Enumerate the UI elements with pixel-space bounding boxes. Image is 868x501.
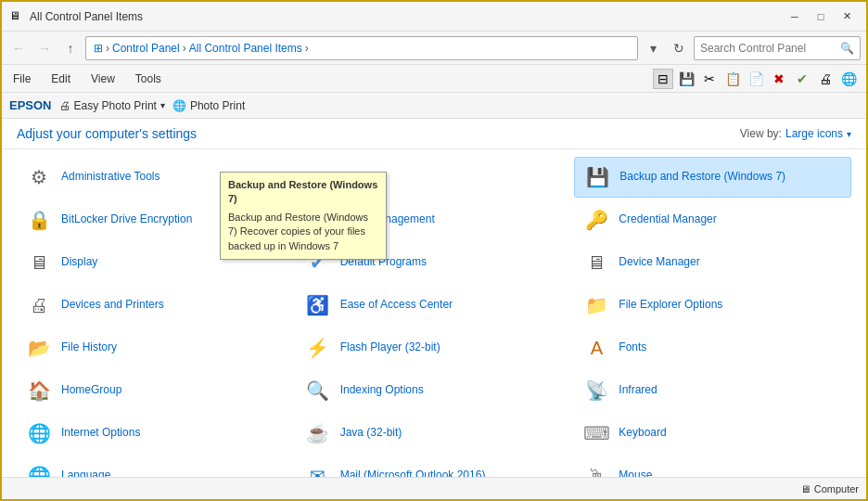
epson-easy-photo-print[interactable]: 🖨 Easy Photo Print ▾: [59, 99, 165, 112]
item-icon-homegroup: 🏠: [24, 376, 54, 405]
control-item-ease-access[interactable]: ♿Ease of Access Center: [296, 285, 573, 326]
print-icon[interactable]: 🖨: [815, 69, 836, 89]
photo-print-label: Photo Print: [190, 99, 245, 112]
menu-tools[interactable]: Tools: [132, 71, 165, 87]
item-label-keyboard: Keyboard: [619, 426, 666, 441]
control-item-credential[interactable]: 🔑Credential Manager: [574, 199, 851, 240]
item-icon-infrared: 📡: [581, 376, 611, 405]
menu-bar: File Edit View Tools: [9, 71, 165, 87]
control-item-indexing[interactable]: 🔍Indexing Options: [296, 370, 573, 411]
control-item-backup-restore[interactable]: 💾Backup and Restore (Windows 7): [574, 157, 851, 198]
paste-icon[interactable]: 📄: [746, 69, 766, 89]
copy-icon[interactable]: 📋: [722, 69, 743, 89]
control-item-mail[interactable]: ✉Mail (Microsoft Outlook 2016): [296, 456, 573, 477]
item-icon-credential: 🔑: [581, 205, 611, 235]
item-label-devices-printers: Devices and Printers: [61, 298, 164, 313]
photo-print-app[interactable]: 🌐 Photo Print: [172, 99, 245, 112]
control-item-fonts[interactable]: AFonts: [574, 328, 851, 368]
items-container: ⚙Administrative Tools▶AutoPlay💾Backup an…: [2, 149, 866, 477]
photo-print-icon: 🌐: [172, 99, 186, 112]
item-icon-ease-access: ♿: [303, 290, 333, 320]
network-icon[interactable]: 🌐: [838, 69, 859, 89]
item-label-file-explorer: File Explorer Options: [619, 298, 722, 313]
menu-view[interactable]: View: [87, 71, 119, 87]
view-by-control: View by: Large icons ▾: [740, 127, 851, 140]
main-window: 🖥 All Control Panel Items ─ □ ✕ ← → ↑ ⊞ …: [0, 0, 868, 501]
control-item-java[interactable]: ☕Java (32-bit): [296, 413, 573, 454]
item-icon-mail: ✉: [303, 461, 333, 477]
status-computer: 🖥 Computer: [800, 483, 859, 495]
search-input[interactable]: [700, 42, 840, 55]
item-label-mail: Mail (Microsoft Outlook 2016): [340, 469, 486, 477]
title-bar: 🖥 All Control Panel Items ─ □ ✕: [2, 2, 866, 32]
back-button[interactable]: ←: [7, 37, 30, 59]
toolbar-actions: ⊟ 💾 ✂ 📋 📄 ✖ ✔ 🖨 🌐: [653, 69, 859, 89]
control-item-homegroup[interactable]: 🏠HomeGroup: [17, 370, 294, 411]
control-item-language[interactable]: 🌐Language: [17, 456, 294, 477]
control-item-internet[interactable]: 🌐Internet Options: [17, 413, 294, 454]
control-item-file-explorer[interactable]: 📁File Explorer Options: [574, 285, 851, 326]
menu-edit[interactable]: Edit: [47, 71, 74, 87]
item-icon-bitlocker: 🔒: [24, 205, 54, 235]
forward-button[interactable]: →: [33, 37, 56, 59]
item-icon-device-mgr: 🖥: [581, 248, 611, 277]
minimize-button[interactable]: ─: [783, 7, 807, 26]
item-label-java: Java (32-bit): [340, 426, 402, 441]
item-label-infrared: Infrared: [619, 383, 657, 398]
view-dropdown-icon[interactable]: ▾: [847, 129, 851, 139]
address-bar: ← → ↑ ⊞ › Control Panel › All Control Pa…: [2, 32, 866, 65]
items-grid: ⚙Administrative Tools▶AutoPlay💾Backup an…: [2, 149, 866, 477]
tooltip-title: Backup and Restore (Windows 7): [228, 178, 378, 207]
content-header: Adjust your computer's settings View by:…: [2, 119, 866, 149]
item-icon-file-explorer: 📁: [581, 290, 611, 320]
tooltip-text: Backup and Restore (Windows 7) Recover c…: [228, 211, 378, 253]
item-label-credential: Credential Manager: [619, 212, 716, 227]
epson-brand: EPSON: [9, 98, 52, 112]
search-box: 🔍: [694, 36, 861, 60]
dropdown-button[interactable]: ▾: [642, 37, 664, 59]
path-control-panel[interactable]: Control Panel: [112, 42, 180, 55]
control-item-flash[interactable]: ⚡Flash Player (32-bit): [296, 328, 573, 368]
item-icon-flash: ⚡: [303, 333, 333, 363]
delete-icon[interactable]: ✖: [769, 69, 789, 89]
toolbar: File Edit View Tools ⊟ 💾 ✂ 📋 📄 ✖ ✔ 🖨 🌐: [2, 65, 866, 93]
control-item-devices-printers[interactable]: 🖨Devices and Printers: [17, 285, 294, 326]
epson-app-icon: 🖨: [59, 99, 70, 112]
status-text: Computer: [814, 483, 859, 495]
window-controls: ─ □ ✕: [783, 7, 859, 26]
item-icon-backup-restore: 💾: [582, 162, 612, 192]
up-button[interactable]: ↑: [59, 37, 82, 59]
control-item-device-mgr[interactable]: 🖥Device Manager: [574, 242, 851, 283]
item-label-indexing: Indexing Options: [340, 383, 424, 398]
item-label-backup-restore: Backup and Restore (Windows 7): [619, 170, 785, 185]
control-item-mouse[interactable]: 🖱Mouse: [574, 456, 851, 477]
epson-dropdown-icon: ▾: [160, 100, 165, 110]
path-home[interactable]: ⊞: [94, 42, 103, 55]
view-mode-button[interactable]: Large icons: [785, 127, 843, 140]
address-path: ⊞ › Control Panel › All Control Panel It…: [85, 36, 638, 60]
window-icon: 🖥: [9, 9, 24, 24]
close-button[interactable]: ✕: [835, 7, 859, 26]
organize-icon[interactable]: ⊟: [653, 69, 673, 89]
control-item-infrared[interactable]: 📡Infrared: [574, 370, 851, 411]
control-item-keyboard[interactable]: ⌨Keyboard: [574, 413, 851, 454]
control-item-file-history[interactable]: 📂File History: [17, 328, 294, 368]
item-icon-admin-tools: ⚙: [24, 162, 54, 192]
maximize-button[interactable]: □: [809, 7, 833, 26]
path-all-items[interactable]: All Control Panel Items: [189, 42, 302, 55]
status-bar: 🖥 Computer: [2, 477, 866, 499]
item-icon-keyboard: ⌨: [581, 418, 611, 448]
check-icon[interactable]: ✔: [792, 69, 812, 89]
refresh-button[interactable]: ↻: [668, 37, 690, 59]
menu-file[interactable]: File: [9, 71, 34, 87]
epson-bar: EPSON 🖨 Easy Photo Print ▾ 🌐 Photo Print: [2, 93, 866, 119]
item-label-file-history: File History: [61, 340, 117, 355]
item-label-bitlocker: BitLocker Drive Encryption: [61, 212, 192, 227]
save-icon[interactable]: 💾: [676, 69, 696, 89]
item-label-admin-tools: Administrative Tools: [61, 170, 160, 185]
item-icon-mouse: 🖱: [581, 461, 611, 477]
item-label-internet: Internet Options: [61, 426, 140, 441]
search-icon: 🔍: [840, 42, 854, 55]
cut-icon[interactable]: ✂: [699, 69, 720, 89]
item-icon-language: 🌐: [24, 461, 54, 477]
